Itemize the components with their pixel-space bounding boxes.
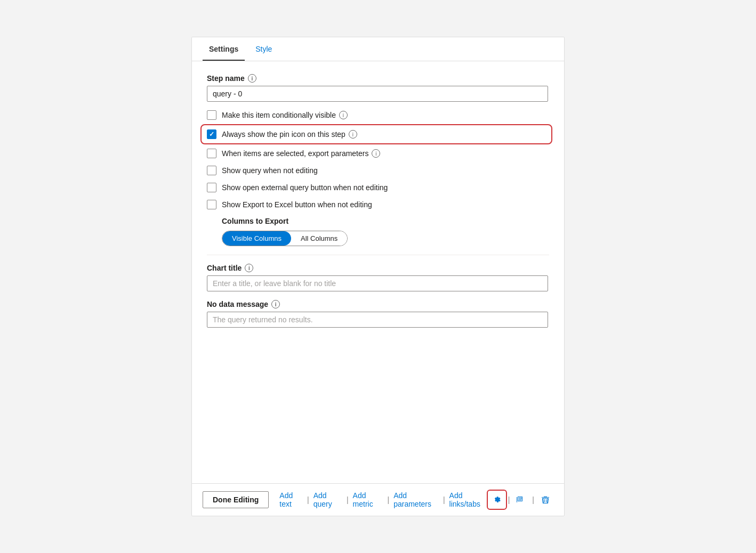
columns-export-toggle-group: Visible Columns All Columns (222, 231, 348, 246)
always-show-pin-info-icon[interactable]: i (349, 130, 357, 139)
done-editing-button[interactable]: Done Editing (203, 491, 269, 508)
checkbox-row-conditional-visible: Make this item conditionally visible i (207, 110, 549, 120)
footer: Done Editing Add text | Add query | Add … (192, 483, 564, 516)
trash-icon (541, 495, 550, 504)
delete-icon-btn[interactable] (537, 492, 553, 508)
no-data-message-label: No data message i (207, 300, 549, 308)
tab-style[interactable]: Style (249, 37, 278, 61)
add-query-link[interactable]: Add query (313, 491, 342, 508)
sep-4: | (443, 495, 445, 504)
chart-title-input[interactable] (207, 275, 548, 291)
checkbox-row-show-external-query: Show open external query button when not… (207, 183, 549, 192)
checkbox-row-show-query: Show query when not editing (207, 166, 549, 175)
columns-export-section: Columns to Export Visible Columns All Co… (222, 217, 549, 246)
icon-sep-1: | (508, 495, 510, 504)
export-params-info-icon[interactable]: i (372, 149, 380, 158)
copy-icon (517, 495, 525, 504)
checkbox-show-external-query[interactable] (207, 183, 216, 192)
checkbox-show-export-excel[interactable] (207, 200, 216, 209)
settings-panel: Settings Style Step name i Make this ite… (191, 37, 565, 516)
sep-3: | (388, 495, 390, 504)
footer-icon-group: | | (489, 492, 553, 508)
add-text-link[interactable]: Add text (279, 491, 303, 508)
no-data-message-input[interactable] (207, 312, 548, 328)
checkbox-row-show-export-excel: Show Export to Excel button when not edi… (207, 200, 549, 209)
step-name-info-icon[interactable]: i (248, 74, 256, 83)
step-name-input[interactable] (207, 86, 548, 102)
chart-title-label: Chart title i (207, 264, 549, 272)
icon-sep-2: | (532, 495, 534, 504)
conditional-visible-info-icon[interactable]: i (339, 111, 348, 119)
checkbox-row-export-params: When items are selected, export paramete… (207, 149, 549, 158)
add-parameters-link[interactable]: Add parameters (393, 491, 439, 508)
tab-bar: Settings Style (192, 37, 564, 61)
checkbox-row-always-show-pin: Always show the pin icon on this step i (204, 127, 549, 141)
settings-content: Step name i Make this item conditionally… (192, 61, 564, 483)
add-metric-link[interactable]: Add metric (353, 491, 383, 508)
chart-title-info-icon[interactable]: i (245, 264, 253, 272)
sep-1: | (307, 495, 309, 504)
columns-export-label: Columns to Export (222, 217, 549, 225)
copy-icon-btn[interactable] (513, 492, 529, 508)
gear-icon (493, 495, 501, 504)
settings-icon-btn[interactable] (489, 492, 505, 508)
step-name-label: Step name i (207, 74, 549, 83)
section-divider-1 (207, 255, 549, 255)
checkbox-export-params[interactable] (207, 149, 216, 158)
checkbox-always-show-pin[interactable] (207, 129, 216, 139)
checkbox-show-query[interactable] (207, 166, 216, 175)
all-columns-btn[interactable]: All Columns (291, 231, 347, 246)
add-links-tabs-link[interactable]: Add links/tabs (449, 491, 489, 508)
no-data-message-info-icon[interactable]: i (271, 300, 280, 308)
sep-2: | (347, 495, 349, 504)
visible-columns-btn[interactable]: Visible Columns (222, 231, 291, 246)
footer-links: Add text | Add query | Add metric | Add … (279, 491, 488, 508)
checkbox-conditional-visible[interactable] (207, 110, 216, 120)
tab-settings[interactable]: Settings (203, 37, 245, 61)
